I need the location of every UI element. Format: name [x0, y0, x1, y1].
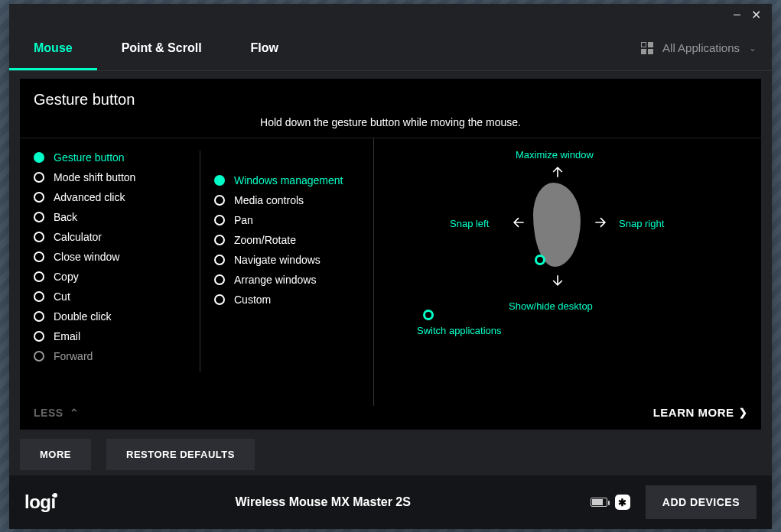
action-forward[interactable]: Forward	[34, 346, 187, 366]
gesture-zoom-rotate[interactable]: Zoom/Rotate	[214, 230, 360, 250]
gesture-pan[interactable]: Pan	[214, 210, 360, 230]
diagram-label-right[interactable]: Snap right	[619, 218, 664, 229]
section-header: Gesture button	[20, 79, 761, 116]
diagram-label-left[interactable]: Snap left	[450, 218, 489, 229]
chevron-right-icon: ❯	[739, 407, 748, 418]
learn-more-button[interactable]: LEARN MORE ❯	[653, 406, 747, 419]
action-double-click[interactable]: Double click	[34, 307, 187, 326]
diagram-label-down[interactable]: Show/hide desktop	[509, 300, 593, 312]
app-window: – ✕ Mouse Point & Scroll Flow All Applic…	[9, 4, 772, 529]
action-advanced-click[interactable]: Advanced click	[34, 187, 187, 207]
action-cut[interactable]: Cut	[34, 287, 187, 307]
action-list: Gesture button Mode shift button Advance…	[20, 138, 200, 406]
footer-links: LESS ⌃ LEARN MORE ❯	[20, 406, 761, 430]
device-name: Wireless Mouse MX Master 2S	[71, 495, 575, 509]
tab-bar: Mouse Point & Scroll Flow	[9, 25, 303, 70]
topbar: Mouse Point & Scroll Flow All Applicatio…	[9, 25, 772, 71]
action-mode-shift[interactable]: Mode shift button	[34, 167, 187, 187]
action-back[interactable]: Back	[34, 207, 187, 227]
footer-bar: logi Wireless Mouse MX Master 2S ✱ ADD D…	[9, 475, 772, 529]
action-copy[interactable]: Copy	[34, 267, 187, 287]
titlebar: – ✕	[9, 4, 772, 25]
content-panel: Gesture button Hold down the gesture but…	[20, 79, 761, 430]
tab-mouse[interactable]: Mouse	[9, 25, 97, 70]
apps-grid-icon	[641, 42, 653, 54]
arrow-right-icon	[593, 215, 608, 230]
battery-icon	[591, 498, 607, 507]
gesture-diagram: Maximize window Show/hide desktop Snap l…	[373, 138, 761, 406]
gesture-windows-management[interactable]: Windows management	[214, 170, 360, 190]
chevron-down-icon: ⌄	[749, 43, 757, 54]
action-email[interactable]: Email	[34, 326, 187, 346]
section-title: Gesture button	[34, 91, 747, 109]
diagram-label-switch[interactable]: Switch applications	[417, 325, 502, 336]
action-close-window[interactable]: Close window	[34, 247, 187, 267]
arrow-left-icon	[511, 215, 526, 230]
gesture-arrange-windows[interactable]: Arrange windows	[214, 270, 360, 290]
action-calculator[interactable]: Calculator	[34, 227, 187, 247]
tab-flow[interactable]: Flow	[226, 25, 303, 70]
gesture-custom[interactable]: Custom	[214, 290, 360, 310]
app-selector[interactable]: All Applications ⌄	[641, 41, 757, 54]
add-devices-button[interactable]: ADD DEVICES	[646, 485, 757, 519]
tab-point-scroll[interactable]: Point & Scroll	[97, 25, 226, 70]
restore-defaults-button[interactable]: RESTORE DEFAULTS	[106, 439, 255, 470]
action-buttons: MORE RESTORE DEFAULTS	[9, 430, 772, 470]
gesture-list: Windows management Media controls Pan Zo…	[200, 138, 373, 406]
chevron-up-icon: ⌃	[70, 407, 80, 419]
switch-marker	[423, 310, 434, 320]
arrow-down-icon	[550, 273, 565, 288]
minimize-icon[interactable]: –	[734, 8, 740, 21]
close-icon[interactable]: ✕	[751, 8, 761, 22]
gesture-navigate-windows[interactable]: Navigate windows	[214, 250, 360, 270]
arrow-up-icon	[550, 164, 565, 180]
action-gesture-button[interactable]: Gesture button	[34, 148, 187, 167]
status-icons: ✱	[591, 495, 630, 510]
app-selector-label: All Applications	[662, 41, 740, 54]
diagram-label-up[interactable]: Maximize window	[516, 149, 594, 161]
gesture-button-marker	[535, 255, 545, 265]
more-button[interactable]: MORE	[20, 439, 91, 470]
less-button[interactable]: LESS ⌃	[34, 407, 79, 419]
section-hint: Hold down the gesture button while movin…	[20, 116, 761, 138]
connection-icon: ✱	[615, 495, 630, 510]
logo: logi	[24, 491, 56, 513]
gesture-media-controls[interactable]: Media controls	[214, 190, 360, 210]
